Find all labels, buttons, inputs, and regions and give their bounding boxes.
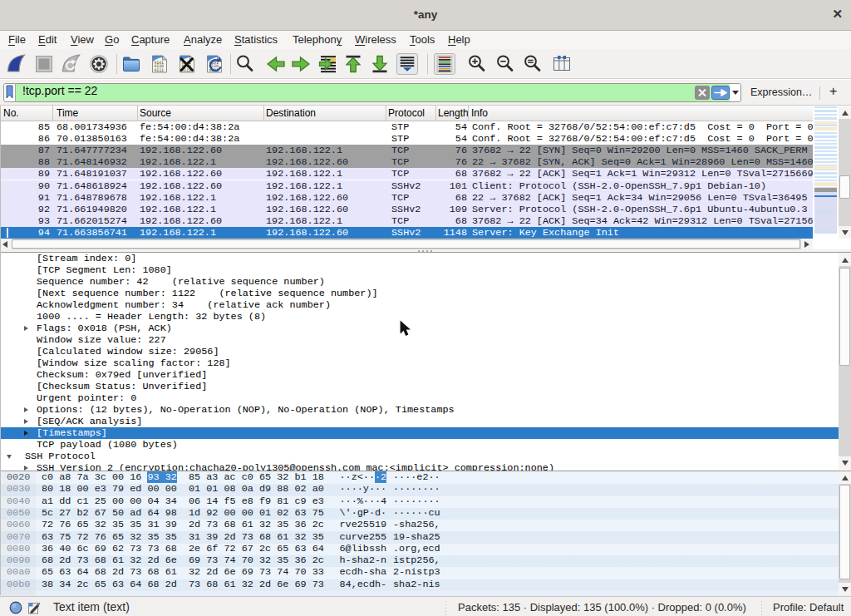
- svg-text:0111: 0111: [154, 68, 164, 72]
